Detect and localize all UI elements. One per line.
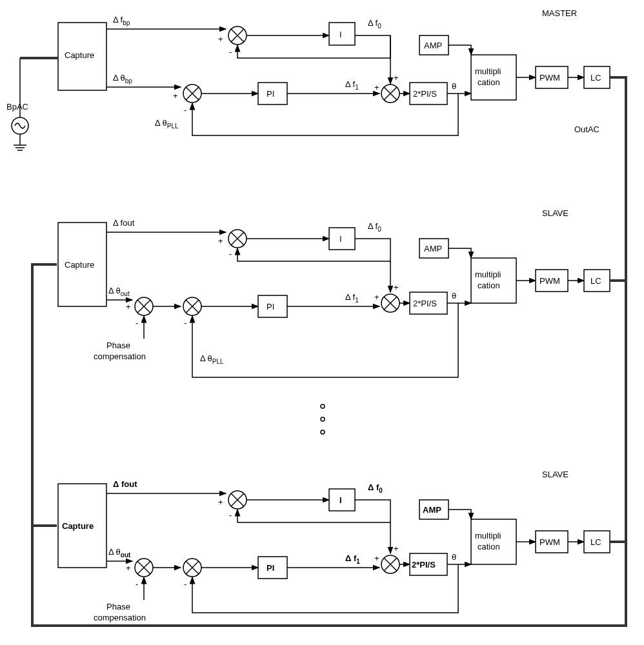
svg-text:Δ θbp: Δ θbp — [113, 73, 132, 84]
svg-text:multipli: multipli — [475, 531, 501, 541]
svg-text:Capture: Capture — [65, 260, 94, 270]
svg-text:+: + — [173, 302, 178, 312]
svg-text:2*PI/S: 2*PI/S — [412, 560, 436, 570]
svg-text:-: - — [229, 47, 232, 57]
svg-text:BpAC: BpAC — [6, 102, 28, 112]
svg-text:θ: θ — [452, 552, 456, 562]
svg-text:PI: PI — [267, 302, 274, 312]
master-title: MASTER — [542, 8, 577, 18]
svg-text:Δ θPLL: Δ θPLL — [155, 118, 179, 130]
svg-text:cation: cation — [478, 542, 500, 551]
svg-text:Capture: Capture — [62, 521, 94, 531]
master-sum-bot: + - — [173, 84, 201, 115]
svg-text:Δ θPLL: Δ θPLL — [200, 353, 224, 365]
svg-text:OutAC: OutAC — [574, 124, 599, 134]
svg-text:compensation: compensation — [94, 352, 146, 361]
svg-text:Phase: Phase — [106, 602, 130, 611]
svg-text:multipli: multipli — [475, 270, 501, 279]
svg-text:-: - — [184, 105, 186, 115]
svg-point-83 — [321, 417, 325, 421]
svg-text:-: - — [229, 510, 232, 520]
svg-text:+: + — [394, 544, 399, 553]
svg-text:Δ fout: Δ fout — [113, 479, 137, 489]
svg-text:cation: cation — [478, 281, 500, 290]
svg-text:-: - — [136, 579, 138, 589]
master-sum-top: + - — [218, 26, 247, 57]
svg-text:compensation: compensation — [94, 613, 146, 622]
svg-text:+: + — [374, 83, 379, 92]
svg-text:AMP: AMP — [424, 244, 442, 253]
ellipsis — [321, 404, 325, 434]
master-sum-right: + + — [374, 73, 399, 103]
svg-text:Δ fout: Δ fout — [113, 218, 135, 228]
svg-text:+: + — [374, 553, 379, 563]
svg-text:+: + — [394, 283, 399, 292]
svg-text:Phase: Phase — [106, 341, 130, 350]
svg-text:+: + — [218, 497, 223, 507]
bpac-source: BpAC — [6, 58, 28, 150]
svg-text:Δ f0: Δ f0 — [368, 482, 383, 494]
svg-point-82 — [321, 404, 325, 408]
svg-text:AMP: AMP — [423, 505, 441, 515]
svg-text:-: - — [184, 579, 186, 589]
svg-text:Δ f1: Δ f1 — [345, 553, 360, 565]
svg-text:-: - — [184, 318, 186, 328]
svg-text:+: + — [374, 292, 379, 302]
svg-text:cation: cation — [478, 77, 500, 87]
svg-point-84 — [321, 430, 325, 434]
svg-rect-45 — [329, 228, 355, 250]
svg-text:Δ θout: Δ θout — [108, 286, 130, 297]
svg-text:LC: LC — [590, 537, 601, 547]
svg-text:-: - — [136, 318, 138, 328]
svg-text:+: + — [126, 563, 131, 573]
svg-text:2*PI/S: 2*PI/S — [413, 299, 437, 308]
svg-text:Δ f1: Δ f1 — [345, 79, 359, 91]
master-i-block — [329, 23, 355, 45]
svg-text:+: + — [173, 563, 178, 573]
svg-text:+: + — [218, 34, 223, 44]
svg-text:PI: PI — [267, 563, 274, 573]
svg-text:PWM: PWM — [539, 537, 560, 547]
svg-text:LC: LC — [590, 276, 601, 286]
svg-text:+: + — [173, 91, 178, 101]
slave1-sum-phase: + - — [126, 297, 153, 328]
svg-text:I: I — [339, 495, 342, 505]
svg-text:2*PI/S: 2*PI/S — [413, 89, 437, 99]
svg-text:θ: θ — [452, 81, 456, 91]
svg-text:multipli: multipli — [475, 66, 501, 76]
svg-text:I: I — [339, 234, 342, 244]
svg-text:-: - — [229, 249, 232, 259]
svg-rect-93 — [329, 489, 355, 511]
svg-text:PWM: PWM — [539, 276, 560, 286]
svg-text:θ: θ — [452, 291, 456, 301]
slave2-title: SLAVE — [542, 470, 569, 479]
slave1-title: SLAVE — [542, 208, 569, 218]
svg-text:Δ f1: Δ f1 — [345, 292, 359, 304]
svg-text:+: + — [126, 302, 131, 312]
svg-text:Δ fbp: Δ fbp — [113, 15, 130, 26]
svg-text:LC: LC — [590, 73, 601, 83]
svg-text:PI: PI — [267, 89, 274, 99]
svg-text:Δ f0: Δ f0 — [368, 221, 381, 233]
svg-text:I: I — [339, 30, 342, 39]
svg-text:AMP: AMP — [424, 41, 442, 50]
svg-text:Capture: Capture — [65, 50, 94, 60]
svg-text:+: + — [394, 73, 399, 83]
svg-text:Δ f0: Δ f0 — [368, 18, 381, 30]
svg-text:+: + — [218, 236, 223, 246]
svg-text:Δ θout: Δ θout — [108, 547, 131, 559]
svg-text:PWM: PWM — [539, 73, 560, 83]
